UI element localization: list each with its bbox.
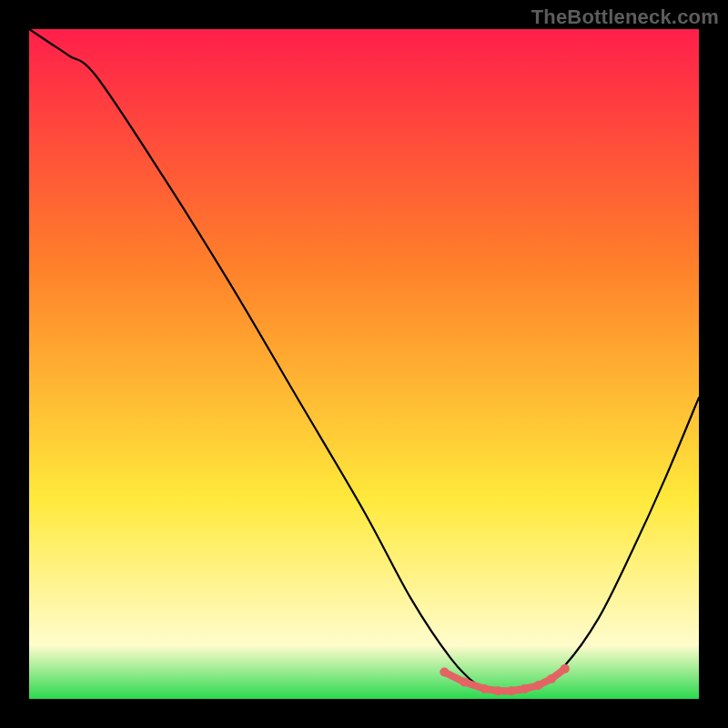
highlight-dot <box>521 684 530 693</box>
highlight-dot <box>547 674 556 683</box>
highlight-dot <box>480 684 489 693</box>
highlight-dot <box>440 668 449 677</box>
plot-svg <box>29 29 699 699</box>
gradient-background <box>29 29 699 699</box>
highlight-dot <box>507 686 516 695</box>
highlight-dot <box>561 664 570 673</box>
plot-area <box>29 29 699 699</box>
highlight-dot <box>493 686 502 695</box>
watermark-text: TheBottleneck.com <box>531 5 719 29</box>
highlight-dot <box>460 678 469 687</box>
chart-frame: TheBottleneck.com <box>0 0 728 728</box>
highlight-dot <box>533 681 542 690</box>
